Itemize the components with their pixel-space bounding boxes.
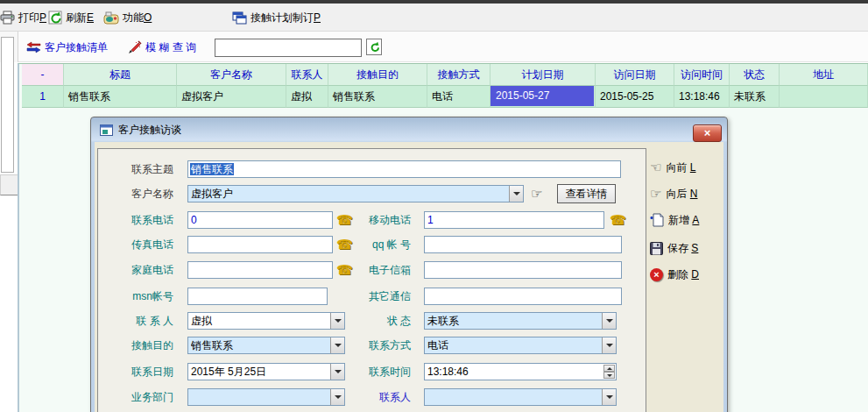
customer-combobox[interactable]: 虚拟客户: [187, 185, 524, 202]
refresh-label: 刷新: [66, 11, 87, 24]
customer-cell[interactable]: 虚拟客户: [177, 86, 286, 108]
fax-phone-label: 传真电话: [107, 236, 173, 253]
pen-icon: [128, 40, 142, 54]
search-input[interactable]: [215, 39, 362, 57]
collapsed-side-panel[interactable]: [1, 37, 14, 173]
previous-button[interactable]: ☜ 向前 L: [650, 159, 695, 176]
time-spinner[interactable]: 13:18:46: [424, 363, 617, 380]
delete-circle-icon: ×: [650, 268, 663, 281]
title-cell[interactable]: 销售联系: [64, 86, 177, 108]
status-combobox[interactable]: 未联系: [424, 312, 617, 330]
contact-list-button[interactable]: 客户接触清单: [26, 38, 108, 57]
dialog-icon: [100, 124, 113, 136]
chevron-down-icon[interactable]: [330, 364, 344, 380]
grid-header-row: - 标题 客户名称 联系人 接触目的 接触方式 计划日期 访问日期 访问时间 状…: [22, 64, 868, 86]
department-label: 业务部门: [107, 388, 173, 406]
method-label: 联系方式: [345, 337, 411, 354]
print-button[interactable]: 打印P: [0, 8, 46, 27]
column-header[interactable]: 访问时间: [674, 64, 730, 86]
chevron-down-icon[interactable]: [602, 337, 616, 353]
visit-date-cell[interactable]: 2015-05-25: [596, 86, 674, 108]
list-toolbar: 客户接触清单 模 糊 查 询: [0, 32, 868, 62]
column-header[interactable]: 标题: [64, 64, 177, 86]
pointer-hand-icon: ☞: [531, 185, 542, 202]
fuzzy-search-button[interactable]: 模 糊 查 询: [128, 38, 196, 57]
print-label: 打印: [18, 11, 39, 24]
selected-cell-highlight: 2015-05-27: [490, 86, 594, 106]
chevron-down-icon[interactable]: [602, 389, 616, 405]
email-input[interactable]: [424, 261, 622, 279]
mobile-phone-input[interactable]: [424, 211, 604, 229]
function-button[interactable]: 功能O: [103, 8, 152, 27]
status-cell[interactable]: 未联系: [730, 86, 780, 108]
floppy-disk-icon: [650, 242, 663, 255]
column-header[interactable]: -: [22, 64, 64, 86]
column-header[interactable]: 客户名称: [177, 64, 286, 86]
new-document-icon: [650, 213, 664, 227]
address-cell[interactable]: [780, 86, 868, 108]
chevron-down-icon[interactable]: [330, 337, 344, 353]
contact-person2-combobox[interactable]: [424, 388, 617, 406]
column-header[interactable]: 访问日期: [596, 64, 674, 86]
msn-input[interactable]: [187, 288, 328, 305]
phone-icon[interactable]: ☎: [610, 211, 625, 229]
other-comm-input[interactable]: [424, 288, 622, 305]
column-header[interactable]: 计划日期: [490, 64, 596, 86]
close-button[interactable]: ×: [693, 124, 722, 142]
fax-phone-input[interactable]: [187, 236, 333, 253]
purpose-combobox[interactable]: 销售联系: [187, 337, 345, 354]
refresh-button[interactable]: 刷新E: [48, 8, 94, 27]
method-combobox[interactable]: 电话: [424, 337, 617, 354]
spin-down-button[interactable]: [603, 372, 615, 379]
printer-icon: [0, 11, 15, 25]
contact-cell[interactable]: 虚拟: [286, 86, 328, 108]
chevron-down-icon[interactable]: [330, 389, 344, 405]
plan-date-cell-selected[interactable]: 2015-05-27: [490, 86, 596, 108]
hand-right-icon: ☞: [650, 186, 661, 202]
add-new-button[interactable]: 新增 A: [650, 211, 699, 229]
column-header[interactable]: 接触方式: [427, 64, 490, 86]
contact-interview-dialog: 客户接触访谈 × 联系主题 销售联系 客户名称 虚拟客户 ☞ 查看详情 联系电话…: [90, 117, 728, 412]
date-label: 联系日期: [107, 363, 173, 380]
dialog-titlebar[interactable]: 客户接触访谈: [91, 117, 727, 142]
department-combobox[interactable]: [187, 388, 345, 406]
contact-person-combobox[interactable]: 虚拟: [187, 312, 345, 330]
subject-input[interactable]: 销售联系: [187, 160, 621, 178]
home-phone-input[interactable]: [187, 261, 333, 279]
view-detail-button[interactable]: 查看详情: [557, 184, 616, 203]
purpose-label: 接触目的: [107, 337, 173, 354]
spin-up-button[interactable]: [603, 365, 615, 372]
search-refresh-button[interactable]: [366, 39, 382, 55]
dialog-title: 客户接触访谈: [118, 123, 181, 138]
save-button[interactable]: 保存 S: [650, 239, 698, 257]
contact-person-label: 联 系 人: [107, 312, 173, 330]
chevron-down-icon[interactable]: [509, 186, 523, 202]
purpose-cell[interactable]: 销售联系: [328, 86, 427, 108]
method-cell[interactable]: 电话: [427, 86, 490, 108]
hand-left-icon: ☜: [650, 160, 661, 175]
delete-button[interactable]: × 删除 D: [650, 266, 699, 283]
msn-label: msn帐号: [107, 288, 173, 305]
other-comm-label: 其它通信: [345, 288, 411, 305]
table-row[interactable]: 1 销售联系 虚拟客户 虚拟 销售联系 电话 2015-05-27 2015-0…: [22, 86, 868, 108]
main-toolbar: 打印P 刷新E 功能O 接触计划制订P: [0, 4, 868, 32]
qq-input[interactable]: [424, 236, 622, 253]
mobile-phone-label: 移动电话: [345, 211, 411, 229]
subject-label: 联系主题: [107, 160, 173, 178]
chevron-down-icon[interactable]: [602, 313, 616, 329]
column-header[interactable]: 地址: [780, 64, 868, 86]
next-button[interactable]: ☞ 向后 N: [650, 185, 697, 202]
column-header[interactable]: 状态: [730, 64, 780, 86]
contact-phone-input[interactable]: [187, 211, 333, 229]
chevron-down-icon[interactable]: [330, 313, 344, 329]
date-picker[interactable]: 2015年 5月25日: [187, 363, 345, 380]
contact-plan-button[interactable]: 接触计划制订P: [232, 8, 321, 27]
contact-plan-label: 接触计划制订: [251, 11, 314, 24]
column-header[interactable]: 接触目的: [328, 64, 427, 86]
refresh-icon: [48, 11, 62, 25]
row-number-cell[interactable]: 1: [22, 86, 64, 108]
visit-time-cell[interactable]: 13:18:46: [674, 86, 730, 108]
time-label: 联系时间: [345, 363, 411, 380]
function-label: 功能: [123, 11, 144, 24]
column-header[interactable]: 联系人: [286, 64, 328, 86]
